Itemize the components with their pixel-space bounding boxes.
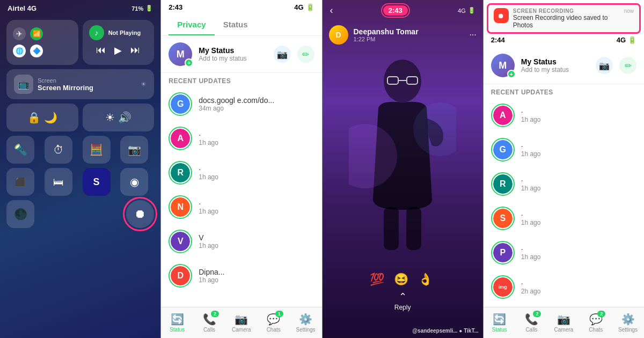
play-icon[interactable]: ▶ — [114, 45, 122, 56]
avatar-5-p4: P — [493, 243, 513, 262]
bluetooth-icon[interactable]: 🔷 — [30, 45, 43, 57]
more-options-p3[interactable]: ··· — [469, 30, 476, 40]
nav-camera-p4[interactable]: 📷 Camera — [547, 311, 580, 335]
camera-nav-icon-p4: 📷 — [557, 313, 570, 326]
wifi-icon-2[interactable]: 🌐 — [13, 45, 26, 57]
nav-status-p4[interactable]: 🔄 Status — [484, 311, 516, 335]
my-status-text-p2: My Status Add to my status — [199, 46, 267, 62]
status-bar-p3: ‹ 2:43 4G 🔋 — [323, 0, 483, 21]
status-ring-6-p2: D — [169, 264, 192, 288]
status-item-6-p2[interactable]: D Dipna... 1h ago — [161, 259, 321, 293]
prev-icon[interactable]: ⏮ — [96, 45, 106, 56]
screen-label-top: Screen — [38, 77, 93, 84]
recent-updates-header-p4: RECENT UPDATES — [484, 84, 644, 98]
screen-mirror-icon: 📺 — [14, 75, 33, 94]
my-status-sub-p2: Add to my status — [199, 55, 267, 62]
torch-button[interactable]: 🔦 — [6, 136, 34, 164]
status-bar-p1: Airtel 4G 71% 🔋 — [0, 0, 160, 14]
settings-nav-icon-p2: ⚙️ — [299, 313, 312, 326]
shazam-icon: S — [93, 177, 100, 188]
status-text-5-p2: V 1h ago — [199, 233, 314, 249]
back-icon-p3[interactable]: ‹ — [330, 5, 333, 16]
status-item-5-p2[interactable]: V V 1h ago — [161, 224, 321, 259]
screen-record-button[interactable]: ⏺ — [126, 200, 154, 228]
media-pill[interactable]: ♪ Not Playing ⏮ ▶ ⏭ — [83, 20, 155, 65]
my-status-text-p4: My Status Add to my status — [521, 57, 589, 74]
my-status-row-p4[interactable]: M + My Status Add to my status 📷 ✏ — [484, 47, 644, 84]
camera-action-p4[interactable]: 📷 — [596, 57, 613, 74]
status-item-2-p2[interactable]: A · 1h ago — [161, 121, 321, 156]
video-bottom-p3: 💯 😆 👌 ⌃ Reply — [323, 267, 483, 317]
edit-action-p4[interactable]: ✏ — [619, 57, 636, 74]
wa-tabs: Privacy Status — [161, 14, 321, 36]
bed-button[interactable]: 🛏 — [45, 168, 72, 196]
record-button-wrapper: ⏺ — [126, 200, 154, 228]
timer-icon: ⏱ — [53, 144, 64, 156]
status-text-3-p4: · 1h ago — [521, 176, 636, 192]
status-item-3-p2[interactable]: R · 1h ago — [161, 156, 321, 190]
lock-button[interactable]: 🔒 🌙 — [6, 104, 78, 131]
status-ring-4-p2: N — [169, 195, 192, 219]
signal-battery-p2: 4G 🔋 — [294, 3, 314, 11]
status-item-3-p4[interactable]: R · 1h ago — [484, 167, 644, 201]
status-item-6-p4[interactable]: img · 2h ago — [484, 270, 644, 304]
status-item-4-p2[interactable]: N · 1h ago — [161, 190, 321, 224]
nav-camera-p2[interactable]: 📷 Camera — [225, 311, 258, 335]
dark-mode-icon: 🌑 — [14, 208, 27, 221]
nav-calls-p4[interactable]: 📞 2 Calls — [516, 311, 548, 335]
battery-p2: 🔋 — [306, 3, 314, 11]
camera-action-p2[interactable]: 📷 — [274, 46, 291, 63]
shazam-button[interactable]: S — [83, 168, 111, 196]
camera-nav-label-p4: Camera — [554, 327, 574, 333]
status-text-6-p2: Dipna... 1h ago — [199, 268, 314, 284]
status-item-1-p2[interactable]: G docs.googl e.com/do... 34m ago — [161, 87, 321, 121]
airplane-icon[interactable]: ✈ — [13, 27, 26, 40]
network-pill[interactable]: ✈ 📶 🌐 🔷 — [6, 20, 78, 65]
status-item-4-p4[interactable]: S · 1h ago — [484, 201, 644, 236]
nav-settings-p4[interactable]: ⚙️ Settings — [612, 311, 644, 335]
chat-avatar-p3: D — [329, 25, 348, 45]
status-item-2-p4[interactable]: G · 1h ago — [484, 133, 644, 167]
tab-status[interactable]: Status — [215, 14, 257, 35]
time-p4: 2:44 — [491, 36, 505, 44]
my-status-avatar-p2: M + — [169, 42, 192, 66]
screen-mirroring-button[interactable]: 📺 Screen Screen Mirroring ☀ — [6, 69, 154, 99]
nav-calls-p2[interactable]: 📞 2 Calls — [193, 311, 225, 335]
my-status-row-p2[interactable]: M + My Status Add to my status 📷 ✏ — [161, 36, 321, 73]
edit-action-p2[interactable]: ✏ — [297, 46, 314, 63]
battery-p4: 🔋 — [628, 36, 636, 44]
status-text-1-p2: docs.googl e.com/do... 34m ago — [199, 96, 314, 112]
avatar-6-p2: D — [171, 266, 190, 285]
nav-status-p2[interactable]: 🔄 Status — [161, 311, 193, 335]
notif-app-name-p4: SCREEN RECORDING — [513, 8, 620, 14]
qr-button[interactable]: ⬛ — [6, 168, 34, 196]
avatar-2-p4: G — [493, 140, 513, 159]
settings-nav-label-p2: Settings — [296, 327, 315, 333]
recent-updates-header-p2: RECENT UPDATES — [161, 73, 321, 87]
calculator-button[interactable]: 🧮 — [83, 136, 111, 164]
brightness-icon: ☀ — [105, 111, 115, 124]
status-item-5-p4[interactable]: P · 1h ago — [484, 236, 644, 270]
next-icon[interactable]: ⏭ — [130, 45, 140, 56]
timer-button[interactable]: ⏱ — [45, 136, 72, 164]
tab-privacy[interactable]: Privacy — [169, 14, 214, 35]
nav-settings-p2[interactable]: ⚙️ Settings — [290, 311, 322, 335]
wifi-icon[interactable]: 📶 — [30, 27, 43, 40]
status-item-1-p4[interactable]: A · 1h ago — [484, 98, 644, 133]
nav-chats-p2[interactable]: 💬 1 Chats — [258, 311, 290, 335]
status-text-3-p2: · 1h ago — [199, 165, 314, 181]
signal-label-p3: 4G — [458, 8, 466, 14]
back-button-p3[interactable]: ‹ — [330, 5, 333, 16]
dark-mode-button[interactable]: 🌑 — [6, 200, 34, 228]
volume-button[interactable]: ☀ 🔊 — [83, 104, 155, 131]
reply-button-p3[interactable]: ⌃ Reply — [394, 291, 411, 311]
video-panel: ‹ 2:43 4G 🔋 D Deepanshu Tomar 1:22 PM ··… — [322, 0, 483, 338]
avatar-5-p2: V — [171, 232, 190, 251]
status-action-icons-p2: 📷 ✏ — [274, 46, 314, 63]
avatar-2-p2: A — [171, 129, 190, 148]
nav-chats-p4[interactable]: 💬 2 Chats — [580, 311, 612, 335]
dark-button[interactable]: ◉ — [120, 168, 148, 196]
avatar-3-p4: R — [493, 174, 513, 194]
carrier-label: Airtel 4G — [8, 4, 36, 12]
camera-button[interactable]: 📷 — [120, 136, 148, 164]
